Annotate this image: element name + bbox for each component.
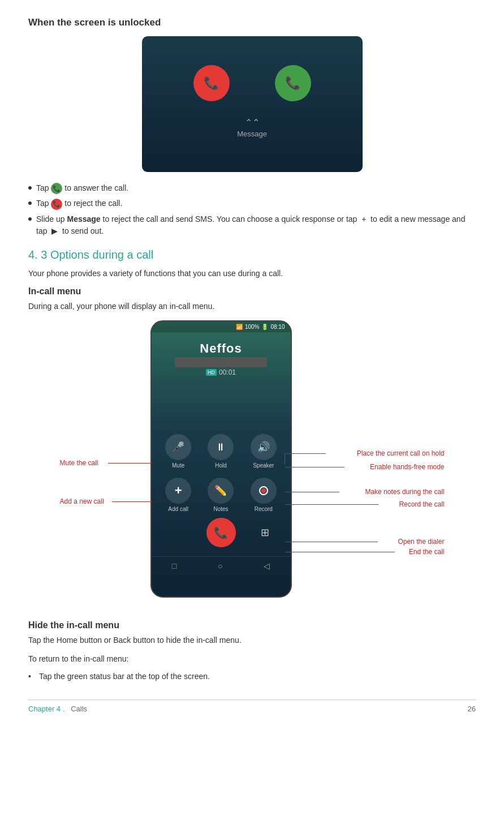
footer-page: 26 xyxy=(468,705,476,713)
reject-inline-icon: 📞 xyxy=(51,199,62,210)
unlocked-phone-screen: 📞 📞 ⌃⌃ Message xyxy=(142,36,363,172)
incall-diagram-wrapper: 📶 100% 🔋 08:10 Neffos ████████████ HD 00… xyxy=(28,320,476,609)
hide-menu-desc2: To return to the in-call menu: xyxy=(28,653,476,665)
annotation-hold-line xyxy=(285,453,326,454)
mute-icon: 🎤 xyxy=(165,434,191,460)
chapter-section-header: 4. 3 Options during a call xyxy=(28,248,476,261)
status-bar: 📶 100% 🔋 08:10 xyxy=(152,321,291,332)
hold-button[interactable]: ⏸ Hold xyxy=(208,434,234,469)
annotation-hold-vline xyxy=(285,453,285,465)
bullet-dot xyxy=(28,217,32,221)
footer-section: Calls xyxy=(71,705,87,713)
annotation-notes-line xyxy=(285,492,339,492)
hide-menu-section: Hide the in-call menu Tap the Home butto… xyxy=(28,620,476,683)
annotation-hold-text: Place the current call on hold xyxy=(357,449,445,457)
answer-inline-icon: 📞 xyxy=(51,183,62,194)
record-button[interactable]: Record xyxy=(251,478,277,512)
signal-icon: 📶 xyxy=(236,324,243,330)
caller-number: ████████████ xyxy=(175,357,266,367)
unlocked-screen-container: 📞 📞 ⌃⌃ Message xyxy=(28,36,476,172)
bullet-dot xyxy=(28,186,32,190)
hide-menu-bullets: • Tap the green status bar at the top of… xyxy=(28,671,476,683)
annotation-add-line xyxy=(112,501,152,502)
annotation-mute-line xyxy=(108,463,152,464)
notes-icon: ✏️ xyxy=(208,478,234,504)
call-buttons-row: 📞 📞 xyxy=(193,65,311,101)
incall-menu-desc: During a call, your phone will display a… xyxy=(28,300,476,312)
hold-icon: ⏸ xyxy=(208,434,234,460)
bullet-reject: Tap 📞 to reject the call. xyxy=(28,198,476,209)
dialer-button[interactable]: ⊞ xyxy=(255,522,275,543)
section-title: When the screen is unlocked xyxy=(28,17,476,28)
end-call-button[interactable]: 📞 xyxy=(206,518,236,547)
caller-name: Neffos xyxy=(200,341,242,356)
phone-mockup-wrapper: 📶 100% 🔋 08:10 Neffos ████████████ HD 00… xyxy=(150,320,292,598)
annotation-record-line xyxy=(285,504,378,505)
annotation-dialer-text: Open the dialer xyxy=(398,538,444,546)
nav-square-icon[interactable]: □ xyxy=(172,561,176,570)
options-desc: Your phone provides a variety of functio… xyxy=(28,267,476,280)
annotation-mute-text: Mute the call xyxy=(60,459,98,467)
intro-bullet-list: Tap 📞 to answer the call. Tap 📞 to rejec… xyxy=(28,182,476,237)
reject-button[interactable]: 📞 xyxy=(193,65,230,101)
nav-triangle-icon[interactable]: ◁ xyxy=(264,561,270,570)
gradient-spacer xyxy=(152,382,291,427)
message-area: ⌃⌃ Message xyxy=(237,118,267,138)
notes-label: Notes xyxy=(213,506,228,512)
speaker-icon: 🔊 xyxy=(251,434,277,460)
incall-menu-header: In-call menu xyxy=(28,286,476,297)
battery-percentage: 100% xyxy=(245,324,260,330)
call-timer: HD 00:01 xyxy=(206,368,236,376)
first-button-row: 🎤 Mute ⏸ Hold 🔊 Speaker xyxy=(152,427,291,471)
hide-menu-header: Hide the in-call menu xyxy=(28,620,476,630)
annotation-handsfree-line xyxy=(285,467,344,467)
footer-chapter: Chapter 4 . xyxy=(28,705,64,713)
answer-button[interactable]: 📞 xyxy=(275,65,311,101)
clock-display: 08:10 xyxy=(270,324,285,330)
annotation-end-line xyxy=(285,552,395,552)
second-button-row: + Add call ✏️ Notes Record xyxy=(152,471,291,514)
bullet-dot xyxy=(28,201,32,205)
add-call-label: Add call xyxy=(168,506,188,512)
dialer-icon: ⊞ xyxy=(261,526,269,539)
bullet-message: Slide up Message to reject the call and … xyxy=(28,213,476,237)
add-call-icon: + xyxy=(165,478,191,504)
record-dot xyxy=(261,488,266,493)
record-circle xyxy=(259,486,268,495)
mute-label: Mute xyxy=(172,462,184,469)
annotation-record-text: Record the call xyxy=(399,500,444,508)
notes-button[interactable]: ✏️ Notes xyxy=(208,478,234,512)
caller-area: Neffos ████████████ HD 00:01 xyxy=(152,332,291,382)
annotation-add-text: Add a new call xyxy=(60,497,104,505)
bullet-arrow: • xyxy=(28,671,31,683)
bullet-answer: Tap 📞 to answer the call. xyxy=(28,182,476,194)
nav-bar: □ ○ ◁ xyxy=(152,556,291,574)
footer-left: Chapter 4 . Calls xyxy=(28,705,87,713)
bottom-action-row: 📞 ⊞ xyxy=(152,514,291,553)
speaker-label: Speaker xyxy=(253,462,274,469)
diagram-area: 📶 100% 🔋 08:10 Neffos ████████████ HD 00… xyxy=(60,320,445,609)
nav-circle-icon[interactable]: ○ xyxy=(218,561,222,570)
hd-icon: HD xyxy=(206,369,217,376)
message-label: Message xyxy=(237,130,267,138)
hold-label: Hold xyxy=(215,462,227,469)
annotation-dialer-line xyxy=(285,542,378,542)
record-icon xyxy=(251,478,277,504)
record-label: Record xyxy=(255,506,273,512)
annotation-end-text: End the call xyxy=(409,548,445,556)
hide-menu-bullet: • Tap the green status bar at the top of… xyxy=(28,671,476,683)
speaker-button[interactable]: 🔊 Speaker xyxy=(251,434,277,469)
battery-icon: 🔋 xyxy=(261,324,268,330)
annotation-handsfree-text: Enable hands-free mode xyxy=(370,463,444,471)
reject-icon: 📞 xyxy=(204,76,219,91)
add-call-button[interactable]: + Add call xyxy=(165,478,191,512)
message-chevrons-icon: ⌃⌃ xyxy=(245,118,260,127)
answer-icon: 📞 xyxy=(285,76,300,91)
footer: Chapter 4 . Calls 26 xyxy=(28,699,476,713)
hide-menu-desc1: Tap the Home button or Back button to hi… xyxy=(28,634,476,646)
annotation-notes-text: Make notes during the call xyxy=(365,488,444,496)
end-call-icon: 📞 xyxy=(214,526,228,539)
phone-mockup: 📶 100% 🔋 08:10 Neffos ████████████ HD 00… xyxy=(150,320,292,598)
mute-button[interactable]: 🎤 Mute xyxy=(165,434,191,469)
